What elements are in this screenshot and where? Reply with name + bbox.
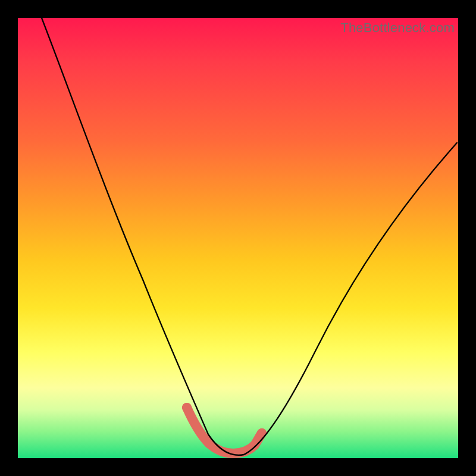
bottleneck-curve — [42, 18, 457, 455]
highlight-start-dot — [182, 403, 192, 412]
valley-highlight — [187, 408, 262, 453]
chart-stage: TheBottleneck.com — [0, 0, 476, 476]
plot-area: TheBottleneck.com — [18, 18, 458, 458]
curve-overlay — [18, 18, 458, 458]
